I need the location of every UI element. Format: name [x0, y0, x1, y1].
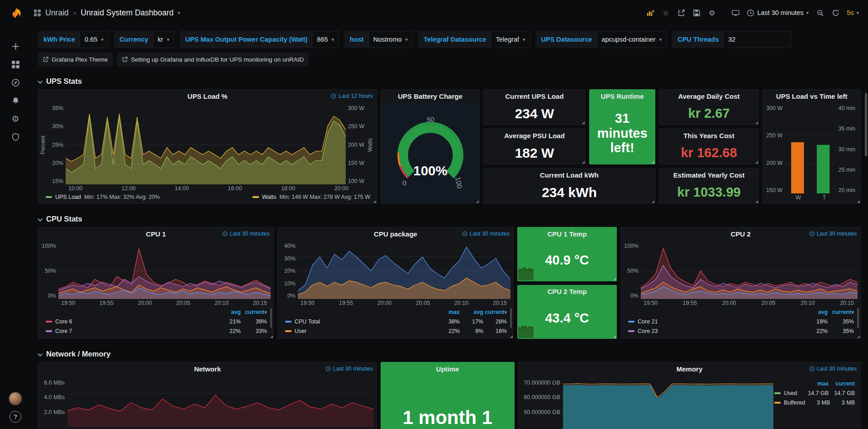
cpu-threads-input[interactable]: 32 — [723, 31, 791, 48]
save-dashboard-button[interactable] — [690, 6, 703, 19]
panel-header[interactable]: UPS Load vs Time left — [763, 90, 860, 102]
panel-header[interactable]: Average Daily Cost — [659, 90, 758, 102]
star-dashboard-button[interactable]: ☆ — [659, 6, 672, 19]
legend-sort-avg[interactable]: avg — [801, 309, 828, 315]
ups-load-vs-time-chart[interactable] — [785, 105, 836, 193]
panel-header[interactable]: UPS Runtime — [590, 90, 655, 102]
panel-header[interactable]: CPU 1 Temp — [518, 227, 616, 240]
panel-time-range[interactable]: Last 30 minutes — [462, 231, 510, 237]
legend-sort-current[interactable]: current — [829, 381, 855, 387]
sidebar-create-button[interactable] — [6, 37, 24, 55]
series-toggle[interactable]: CPU Total — [285, 318, 436, 325]
dashboard-title[interactable]: Unraid System Dashboard — [81, 8, 173, 18]
zoom-out-time-button[interactable] — [813, 6, 827, 19]
variable-cpu-threads[interactable]: CPU Threads 32 — [672, 31, 791, 48]
variable-kwh-price[interactable]: kWh Price 0.65▾ — [38, 31, 109, 48]
legend-scrollbar[interactable] — [270, 308, 272, 328]
link-ups-monitoring-guide[interactable]: Setting up Grafana and InfluxDB for UPS … — [117, 53, 309, 66]
variable-value-dropdown[interactable]: 0.65▾ — [80, 31, 109, 48]
panel-header[interactable]: Current UPS Load — [484, 90, 585, 102]
panel-time-range[interactable]: Last 30 minutes — [325, 366, 373, 372]
cycle-view-mode-button[interactable] — [729, 6, 742, 19]
variable-value-dropdown[interactable]: 865▾ — [312, 31, 339, 48]
section-cpu-stats[interactable]: CPU Stats — [38, 215, 861, 223]
add-panel-button[interactable] — [644, 6, 657, 19]
legend-sort-current[interactable]: current▾ — [241, 309, 267, 315]
panel-time-range[interactable]: Last 12 hours — [331, 93, 373, 99]
panel-time-range[interactable]: Last 30 minutes — [222, 231, 270, 237]
series-toggle[interactable]: Core 23 — [628, 328, 801, 334]
legend-item-watts[interactable]: Watts Min: 148 W Max: 278 W Avg: 175 W — [253, 194, 370, 200]
variable-ups-datasource[interactable]: UPS Datasource apcupsd-container▾ — [536, 31, 667, 48]
panel-header[interactable]: UPS Battery Charge — [381, 90, 479, 102]
variable-value-dropdown[interactable]: apcupsd-container▾ — [596, 31, 667, 48]
variable-ups-max-output[interactable]: UPS Max Output Power Capacity (Watt) 865… — [180, 31, 339, 48]
plot-region[interactable] — [298, 243, 510, 299]
memory-chart[interactable] — [563, 377, 773, 429]
sidebar-admin-button[interactable] — [6, 128, 24, 146]
panel-time-range[interactable]: Last 30 minutes — [809, 231, 857, 237]
series-toggle[interactable]: User — [285, 328, 436, 334]
legend-item-ups-load[interactable]: UPS Load Min: 17% Max: 32% Avg: 20% — [46, 194, 160, 200]
refresh-interval-picker[interactable]: 5s ▾ — [844, 6, 862, 19]
variable-value-dropdown[interactable]: kr▾ — [153, 31, 175, 48]
cpu2-chart[interactable] — [641, 243, 858, 299]
sidebar-dashboards-button[interactable] — [6, 55, 24, 73]
panel-header[interactable]: Estimated Yearly Cost — [659, 169, 758, 181]
plot-region[interactable] — [785, 105, 836, 193]
variable-telegraf-datasource[interactable]: Telegraf Datasource Telegraf▾ — [418, 31, 530, 48]
share-dashboard-button[interactable] — [674, 6, 688, 19]
variable-host[interactable]: host Nostromo▾ — [344, 31, 413, 48]
panel-header[interactable]: UPS Load % — [38, 90, 377, 102]
legend-sort-current[interactable]: current▾ — [828, 309, 854, 315]
ups-load-chart[interactable] — [66, 105, 346, 184]
section-ups-stats[interactable]: UPS Stats — [38, 77, 861, 86]
series-toggle[interactable]: Buffered — [774, 400, 805, 406]
network-chart[interactable] — [67, 377, 374, 427]
series-name[interactable]: Watts — [262, 194, 276, 200]
variable-value-dropdown[interactable]: Telegraf▾ — [491, 31, 530, 48]
user-avatar[interactable] — [9, 392, 22, 405]
panel-header[interactable]: CPU 2 Temp — [518, 285, 616, 298]
series-toggle[interactable]: Core 21 — [628, 318, 801, 325]
legend-sort-avg[interactable]: avg — [215, 309, 241, 315]
sidebar-configuration-button[interactable]: ⚙ — [6, 110, 24, 128]
page-scrollbar[interactable] — [865, 93, 867, 156]
plot-region[interactable] — [641, 243, 858, 299]
series-toggle[interactable]: Core 7 — [46, 328, 215, 334]
legend-sort-max[interactable]: max — [802, 381, 829, 387]
cpu1-chart[interactable] — [58, 243, 271, 299]
panel-header[interactable]: Uptime — [381, 362, 514, 375]
plot-region[interactable] — [58, 243, 271, 299]
battery-gauge[interactable]: 0 50 100 100% — [381, 102, 479, 203]
dashboard-settings-button[interactable]: ⚙ — [705, 6, 719, 19]
sidebar-alerting-button[interactable] — [6, 92, 24, 110]
legend-scrollbar[interactable] — [510, 308, 512, 328]
plot-region[interactable] — [563, 377, 773, 429]
series-name[interactable]: UPS Load — [55, 194, 81, 200]
variable-value-dropdown[interactable]: Nostromo▾ — [368, 31, 413, 48]
refresh-dashboard-button[interactable] — [829, 6, 842, 19]
grafana-logo-icon[interactable] — [8, 6, 23, 22]
help-button[interactable]: ? — [10, 411, 21, 423]
panel-header[interactable]: Current Load kWh — [484, 169, 655, 181]
cpu-package-chart[interactable] — [298, 243, 510, 299]
series-toggle[interactable]: Used — [774, 390, 802, 396]
legend-sort-current[interactable]: current▾ — [483, 309, 507, 315]
plot-region[interactable] — [66, 105, 346, 184]
panel-header[interactable]: Average PSU Load — [484, 129, 585, 142]
breadcrumb-folder[interactable]: Unraid — [45, 8, 69, 18]
link-grafana-plex-theme[interactable]: Grafana Plex Theme — [38, 53, 113, 66]
panel-time-range[interactable]: Last 30 minutes — [809, 366, 857, 372]
variable-currency[interactable]: Currency kr▾ — [114, 31, 174, 48]
section-network-memory[interactable]: Network / Memory — [38, 350, 861, 358]
series-toggle[interactable]: Core 6 — [46, 318, 215, 325]
sidebar-explore-button[interactable] — [6, 73, 24, 92]
legend-scrollbar[interactable] — [857, 308, 859, 328]
legend-sort-avg[interactable]: avg — [460, 309, 483, 315]
breadcrumb[interactable]: Unraid > Unraid System Dashboard ▾ — [33, 8, 180, 18]
legend-sort-max[interactable]: max — [436, 309, 460, 315]
time-range-picker[interactable]: Last 30 minutes ▾ — [744, 6, 811, 19]
plot-region[interactable] — [67, 377, 374, 429]
panel-header[interactable]: This Years Cost — [659, 129, 758, 142]
